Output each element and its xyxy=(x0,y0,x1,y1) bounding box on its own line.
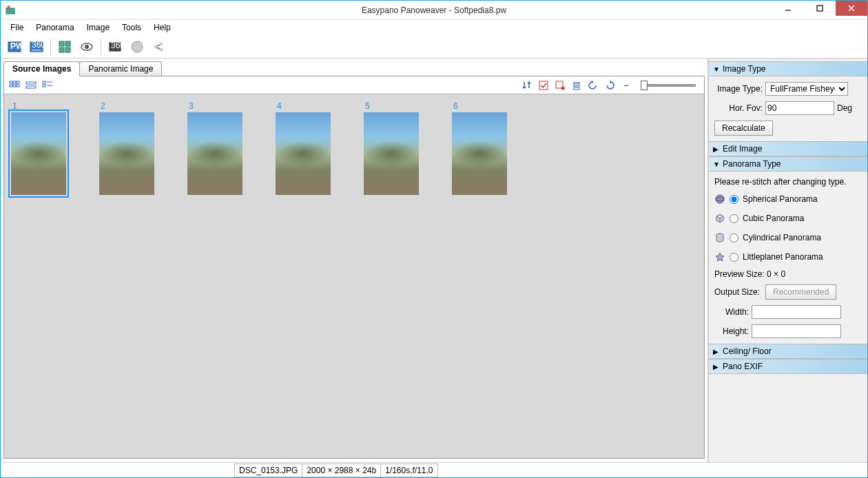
panel-title: Image Type xyxy=(723,64,765,74)
thumbnail-image[interactable] xyxy=(187,112,242,195)
radio-spherical[interactable]: Spherical Panorama xyxy=(714,192,862,206)
output-size-label: Output Size: xyxy=(714,287,763,297)
source-images-panel: − 1 2 3 4 xyxy=(3,76,705,459)
svg-rect-34 xyxy=(539,81,548,90)
cube-icon xyxy=(714,213,725,224)
view-detail-button[interactable] xyxy=(40,78,55,93)
statusbar: DSC_0153.JPG 2000 × 2988 × 24b 1/160s,f/… xyxy=(1,462,867,477)
svg-rect-25 xyxy=(10,85,12,87)
radio-cubic[interactable]: Cubic Panorama xyxy=(714,211,862,225)
image-type-select[interactable]: FullFrame Fisheye xyxy=(765,82,848,96)
svg-rect-27 xyxy=(17,85,19,87)
panel-panorama-type-header[interactable]: ▼ Panorama Type xyxy=(709,156,867,172)
littleplanet-radio[interactable] xyxy=(730,253,738,262)
cubic-radio[interactable] xyxy=(730,214,738,223)
check-button[interactable] xyxy=(536,78,551,93)
right-sidebar: ▼ Image Type Image Type: FullFrame Fishe… xyxy=(707,59,867,462)
main-toolbar: PW 360 360 xyxy=(1,35,867,59)
thumbnail-image[interactable] xyxy=(276,112,331,195)
thumb-item[interactable]: 1 xyxy=(11,101,66,195)
thumb-item[interactable]: 3 xyxy=(187,101,242,195)
stitch-button[interactable] xyxy=(55,37,74,56)
hor-fov-input[interactable] xyxy=(765,101,834,115)
svg-rect-26 xyxy=(13,85,16,87)
rotate-left-button[interactable] xyxy=(586,78,601,93)
window-title: Easypano Panoweaver - Softpedia8.pw xyxy=(362,6,506,15)
height-input[interactable] xyxy=(752,324,841,338)
main-area: Source Images Panoramic Image − 1 xyxy=(1,59,867,462)
spherical-radio[interactable] xyxy=(730,195,738,204)
open-360-button[interactable]: 360 xyxy=(27,37,46,56)
restitch-note: Please re-stitch after changing type. xyxy=(714,177,862,187)
thumb-number: 1 xyxy=(11,101,66,111)
panel-image-type-header[interactable]: ▼ Image Type xyxy=(709,61,867,76)
disabled-globe-button[interactable] xyxy=(127,37,147,56)
thumbnail-size-slider[interactable] xyxy=(641,84,696,87)
view-list-button[interactable] xyxy=(23,78,39,93)
panel-pano-exif-header[interactable]: ▶ Pano EXIF xyxy=(709,359,867,374)
menu-tools[interactable]: Tools xyxy=(116,21,147,34)
thumb-number: 4 xyxy=(276,101,331,111)
svg-rect-10 xyxy=(59,41,64,46)
preview-button[interactable] xyxy=(77,37,96,56)
thumbnails-area: 1 2 3 4 5 xyxy=(4,94,704,458)
panel-ceiling-floor-header[interactable]: ▶ Ceiling/ Floor xyxy=(709,344,867,359)
add-image-button[interactable] xyxy=(552,78,568,93)
delete-button[interactable] xyxy=(569,78,584,93)
svg-rect-23 xyxy=(13,81,16,83)
thumb-item[interactable]: 5 xyxy=(364,101,419,195)
thumbnail-image[interactable] xyxy=(99,112,154,195)
thumbnail-image[interactable] xyxy=(364,112,419,195)
minimize-button[interactable] xyxy=(772,1,804,16)
publish-button[interactable]: 360 xyxy=(105,37,125,56)
sort-button[interactable] xyxy=(519,78,535,93)
width-label: Width: xyxy=(714,307,749,317)
tab-panoramic-image[interactable]: Panoramic Image xyxy=(79,61,162,76)
thumb-number: 2 xyxy=(99,101,154,111)
cylinder-icon xyxy=(714,232,725,243)
recalculate-button[interactable]: Recalculate xyxy=(714,121,773,136)
preview-size-label: Preview Size: 0 × 0 xyxy=(714,269,862,279)
svg-rect-22 xyxy=(10,81,12,83)
tab-source-images[interactable]: Source Images xyxy=(3,61,80,76)
thumbnail-image[interactable] xyxy=(452,112,507,195)
zoom-out-icon[interactable]: − xyxy=(619,78,634,93)
view-grid-button[interactable] xyxy=(7,78,22,93)
image-type-label: Image Type: xyxy=(714,84,763,94)
menu-help[interactable]: Help xyxy=(148,21,176,34)
radio-littleplanet[interactable]: Littleplanet Panorama xyxy=(714,250,862,264)
maximize-button[interactable] xyxy=(804,1,836,16)
rotate-right-button[interactable] xyxy=(602,78,617,93)
titlebar: Easypano Panoweaver - Softpedia8.pw xyxy=(1,1,867,20)
collapse-arrow-icon: ▶ xyxy=(713,348,720,355)
menu-file[interactable]: File xyxy=(5,21,29,34)
svg-rect-11 xyxy=(65,41,70,46)
menu-panorama[interactable]: Panorama xyxy=(30,21,79,34)
open-pw-button[interactable]: PW xyxy=(5,37,24,56)
width-input[interactable] xyxy=(752,305,841,319)
thumb-item[interactable]: 4 xyxy=(276,101,331,195)
thumbnail-image[interactable] xyxy=(11,112,66,195)
left-panel: Source Images Panoramic Image − 1 xyxy=(1,59,707,462)
thumb-item[interactable]: 6 xyxy=(452,101,507,195)
expand-arrow-icon: ▼ xyxy=(713,160,720,168)
app-icon xyxy=(5,5,16,16)
cylindrical-radio[interactable] xyxy=(730,233,738,242)
panel-title: Edit Image xyxy=(723,144,762,154)
menu-image[interactable]: Image xyxy=(81,21,115,34)
svg-point-21 xyxy=(160,48,163,51)
status-exposure: 1/160s,f/11,0 xyxy=(380,464,437,477)
radio-cylindrical[interactable]: Cylindrical Panorama xyxy=(714,231,862,245)
thumb-item[interactable]: 2 xyxy=(99,101,154,195)
height-label: Height: xyxy=(714,326,749,336)
status-dimensions: 2000 × 2988 × 24b xyxy=(302,464,381,477)
close-button[interactable] xyxy=(836,1,867,16)
svg-rect-31 xyxy=(43,85,45,87)
status-filename: DSC_0153.JPG xyxy=(234,464,302,477)
share-button[interactable] xyxy=(149,37,169,56)
thumb-number: 5 xyxy=(364,101,419,111)
recommended-button[interactable]: Recommended xyxy=(765,284,836,300)
svg-point-20 xyxy=(160,42,163,45)
panel-edit-image-header[interactable]: ▶ Edit Image xyxy=(709,141,867,156)
svg-rect-1 xyxy=(8,6,10,9)
